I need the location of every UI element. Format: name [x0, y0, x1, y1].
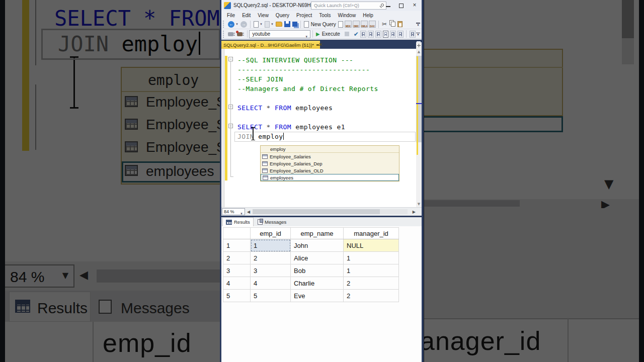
nav-forward-button[interactable]: →	[240, 21, 247, 28]
close-button[interactable]: ×	[410, 2, 420, 9]
parse-button[interactable]: ✔	[354, 31, 359, 38]
new-dax-query-button[interactable]: DAX	[369, 21, 376, 28]
grid-cell[interactable]: Charlie	[291, 277, 344, 290]
results-grid-icon	[384, 32, 387, 36]
intellisense-item-employees[interactable]: employees	[261, 174, 399, 181]
table-row: 55Eve2	[223, 290, 399, 302]
table-row: 33Bob1	[223, 264, 399, 277]
tab-results[interactable]: Results	[222, 217, 254, 226]
row-header-5[interactable]: 5	[223, 290, 251, 302]
menu-item-file[interactable]: File	[223, 13, 238, 18]
save-all-button[interactable]	[292, 22, 297, 27]
menu-item-window[interactable]: Window	[335, 13, 360, 18]
copy-button[interactable]	[389, 22, 395, 27]
new-project-icon	[254, 21, 259, 28]
grid-cell[interactable]: John	[291, 239, 344, 252]
grid-cell[interactable]: 3	[251, 264, 291, 277]
tab-sqlquery2[interactable]: SQLQuery2.sql - D...9HGFG\Gaelim (51))* …	[221, 41, 320, 49]
row-header-2[interactable]: 2	[223, 252, 251, 264]
row-header-1[interactable]: 1	[223, 239, 251, 252]
intellisense-item-employee_salaries_dep[interactable]: Employee_Salaries_Dep	[261, 160, 399, 167]
connect-button[interactable]	[228, 32, 235, 36]
grid-cell[interactable]: Eve	[291, 290, 344, 302]
play-icon: ▶	[316, 31, 320, 37]
grid-corner[interactable]	[223, 228, 251, 239]
row-header-4[interactable]: 4	[223, 277, 251, 290]
results-to-file-button[interactable]	[390, 31, 396, 38]
results-grid-icon	[226, 220, 232, 225]
query-options-button[interactable]	[397, 31, 404, 38]
new-xmla-query-button[interactable]: XMLA	[361, 21, 368, 28]
new-dmx-query-button[interactable]: DMX	[353, 21, 360, 28]
toolbar-grip[interactable]	[223, 31, 225, 38]
change-connection-button[interactable]	[237, 32, 244, 36]
new-database-query-button[interactable]	[338, 21, 343, 28]
toolbar-overflow-button[interactable]: ▼	[416, 22, 420, 26]
grid-cell[interactable]: NULL	[344, 239, 399, 252]
scrollbar-thumb[interactable]	[253, 209, 380, 214]
new-query-button[interactable]: New Query	[304, 21, 336, 28]
quick-launch-input[interactable]: Quick Launch (Ctrl+Q)	[311, 2, 386, 10]
menu-item-view[interactable]: View	[254, 13, 272, 18]
column-header-emp_id[interactable]: emp_id	[251, 228, 291, 239]
scroll-up-icon[interactable]: ▲	[416, 50, 422, 54]
menu-item-query[interactable]: Query	[272, 13, 293, 18]
scroll-down-icon[interactable]: ▼	[416, 202, 422, 206]
nav-back-button[interactable]: ←▼	[228, 21, 238, 28]
menu-item-tools[interactable]: Tools	[315, 13, 334, 18]
menu-item-project[interactable]: Project	[293, 13, 315, 18]
column-header-emp_name[interactable]: emp_name	[291, 228, 344, 239]
open-file-button[interactable]	[276, 22, 282, 27]
grid-cell[interactable]: 2	[344, 290, 399, 302]
grid-cell[interactable]: 2	[344, 277, 399, 290]
intellisense-item-employ[interactable]: employ	[261, 146, 399, 153]
paste-button[interactable]	[397, 21, 403, 27]
tab-messages[interactable]: Messages	[255, 217, 289, 226]
maximize-button[interactable]	[396, 2, 407, 9]
database-selector[interactable]: youtube ▼	[249, 30, 310, 38]
intellisense-item-employee_salaries[interactable]: Employee_Salaries	[261, 153, 399, 160]
results-grid[interactable]: emp_idemp_namemanager_id 11JohnNULL22Ali…	[223, 227, 399, 302]
editor-horizontal-scrollbar[interactable]	[253, 209, 408, 214]
menu-item-edit[interactable]: Edit	[238, 13, 254, 18]
splitter-icon	[417, 44, 421, 47]
grid-cell[interactable]: 1	[344, 264, 399, 277]
live-query-stats-button[interactable]	[368, 31, 374, 38]
grid-cell[interactable]: 2	[251, 252, 291, 264]
zoom-selector[interactable]: 84 % ▼	[222, 208, 245, 215]
grid-cell[interactable]: 5	[251, 290, 291, 302]
editor-bottom-bar: 84 % ▼ ◀ ▶	[221, 207, 422, 216]
grid-cell[interactable]: Bob	[291, 264, 344, 277]
scroll-left-icon[interactable]: ◀	[247, 210, 250, 214]
intellisense-item-employee_salaries_old[interactable]: Employee_Salaries_OLD	[261, 167, 399, 174]
toolbar-grip[interactable]	[223, 21, 225, 28]
row-header-3[interactable]: 3	[223, 264, 251, 277]
editor-splitter-handle[interactable]	[416, 42, 422, 49]
comment-button[interactable]	[410, 31, 416, 38]
grid-cell[interactable]: 1	[344, 252, 399, 264]
code-line-2: --------------------------------	[237, 65, 378, 74]
editor-vertical-scrollbar[interactable]: ▲ ▼	[416, 49, 422, 207]
sql-editor[interactable]: − − − --SQL INTERVIEW QUESTION ---------…	[221, 49, 422, 207]
toolbar-overflow-button[interactable]: ▼	[416, 32, 420, 36]
column-header-manager_id[interactable]: manager_id	[344, 228, 399, 239]
new-mdx-query-button[interactable]: MDX	[345, 21, 352, 28]
add-item-button[interactable]: ▼	[265, 21, 274, 28]
code-line-4: --Managers and # of Direct Reports	[237, 84, 378, 94]
scroll-right-icon[interactable]: ▶	[413, 210, 416, 214]
minimize-button[interactable]	[383, 2, 393, 9]
results-to-text-button[interactable]	[375, 31, 381, 38]
save-button[interactable]	[284, 21, 290, 27]
menu-item-help[interactable]: Help	[359, 13, 377, 18]
cancel-query-button[interactable]	[342, 32, 352, 36]
execute-button[interactable]: ▶Execute	[316, 31, 340, 37]
estimated-plan-button[interactable]	[360, 31, 366, 38]
results-to-grid-button[interactable]	[383, 31, 389, 38]
grid-cell[interactable]: 4	[251, 277, 291, 290]
database-query-icon	[338, 21, 343, 28]
cut-button[interactable]: ✂	[382, 21, 387, 28]
open-folder-icon	[276, 22, 282, 27]
new-project-button[interactable]: ▼	[254, 21, 263, 28]
grid-cell[interactable]: Alice	[291, 252, 344, 264]
grid-cell[interactable]: 1	[251, 239, 291, 252]
